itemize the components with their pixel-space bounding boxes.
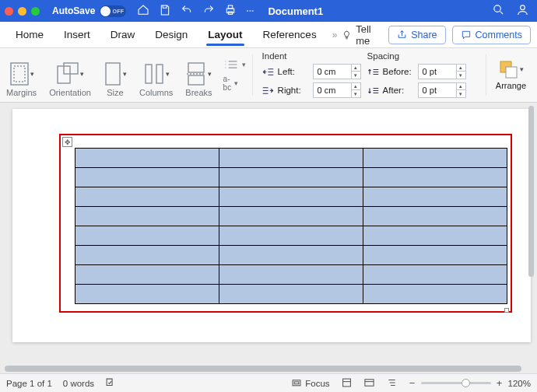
tab-draw[interactable]: Draw [101,24,145,45]
comments-button[interactable]: Comments [452,26,531,44]
table-cell[interactable] [219,246,363,265]
stepper-down-icon[interactable]: ▾ [352,72,360,79]
document-canvas[interactable]: ✥ [0,103,537,370]
table-cell[interactable] [75,226,219,246]
table-cell[interactable] [363,168,507,187]
save-icon[interactable] [159,4,171,19]
minimize-window-dot[interactable] [18,7,26,16]
autosave-pill[interactable]: OFF [100,5,126,17]
table-row[interactable] [75,207,507,226]
stepper-down-icon[interactable]: ▾ [457,90,465,97]
orientation-button[interactable]: ▾ Orientation [43,48,97,102]
table-cell[interactable] [75,207,219,226]
print-layout-view-icon[interactable] [341,377,353,390]
web-layout-view-icon[interactable] [363,377,375,390]
tab-layout[interactable]: Layout [198,24,251,45]
title-bar: AutoSave OFF ··· Document1 [0,0,537,22]
table-cell[interactable] [75,149,219,168]
columns-button[interactable]: ▾ Columns [133,48,179,102]
table-cell[interactable] [75,285,219,304]
table-cell[interactable] [219,265,363,285]
table-row[interactable] [75,246,507,265]
zoom-value[interactable]: 120% [508,379,531,388]
hyphenation-button[interactable]: a-bc ▾ [223,75,246,92]
table-cell[interactable] [75,246,219,265]
stepper-up-icon[interactable]: ▴ [457,65,465,72]
tab-design[interactable]: Design [146,24,197,45]
spacing-before-input[interactable]: 0 pt ▴▾ [418,64,466,79]
zoom-window-dot[interactable] [31,7,40,16]
table-cell[interactable] [75,265,219,285]
outline-view-icon[interactable] [386,377,398,390]
table-cell[interactable] [363,246,507,265]
table-row[interactable] [75,168,507,187]
size-button[interactable]: ▾ Size [97,48,133,102]
table-cell[interactable] [75,187,219,207]
zoom-out-button[interactable]: − [409,377,416,389]
vertical-scrollbar[interactable] [527,106,535,367]
table-cell[interactable] [219,168,363,187]
table-cell[interactable] [363,207,507,226]
stepper-up-icon[interactable]: ▴ [352,65,360,72]
print-icon[interactable] [224,4,237,19]
spellcheck-icon[interactable] [105,377,116,390]
autosave-toggle[interactable]: AutoSave OFF [52,5,126,17]
page[interactable]: ✥ [12,109,531,342]
table-cell[interactable] [75,168,219,187]
tabs-overflow-icon[interactable]: » [332,30,338,40]
indent-right-row: Right: 0 cm ▴▾ [262,82,361,98]
table-resize-handle-icon[interactable] [504,308,509,313]
tab-home[interactable]: Home [6,24,53,45]
indent-right-input[interactable]: 0 cm ▴▾ [313,82,361,98]
zoom-slider[interactable] [421,382,491,384]
table-row[interactable] [75,187,507,207]
stepper-up-icon[interactable]: ▴ [457,83,465,90]
table-cell[interactable] [363,187,507,207]
table-cell[interactable] [219,187,363,207]
line-numbers-button[interactable]: ▾ [223,59,246,70]
table-cell[interactable] [363,226,507,246]
undo-icon[interactable] [181,4,193,19]
stepper-down-icon[interactable]: ▾ [457,72,465,79]
close-window-dot[interactable] [5,7,13,16]
search-icon[interactable] [492,3,505,19]
spacing-after-icon [367,86,379,96]
indent-left-input[interactable]: 0 cm ▴▾ [313,64,361,79]
table-cell[interactable] [219,285,363,304]
table-row[interactable] [75,226,507,246]
status-word-count[interactable]: 0 words [63,379,94,388]
margins-button[interactable]: ▾ Margins [0,48,43,102]
tell-me-search[interactable]: Tell me [342,23,385,47]
table-row[interactable] [75,285,507,304]
account-icon[interactable] [516,3,529,19]
spacing-after-input[interactable]: 0 pt ▴▾ [418,82,466,98]
table-cell[interactable] [219,149,363,168]
overflow-icon[interactable]: ··· [246,5,254,16]
arrange-button[interactable]: ▾ Arrange [488,48,537,102]
tab-insert[interactable]: Insert [54,24,100,45]
zoom-slider-knob[interactable] [462,379,470,387]
table-row[interactable] [75,149,507,168]
table-move-handle-icon[interactable]: ✥ [62,137,72,147]
stepper-down-icon[interactable]: ▾ [352,90,360,97]
status-page[interactable]: Page 1 of 1 [6,379,52,388]
breaks-button[interactable]: ▾ Breaks [179,48,218,102]
document-table[interactable] [75,148,507,304]
autosave-state: OFF [112,9,124,14]
table-cell[interactable] [219,226,363,246]
table-cell[interactable] [363,265,507,285]
zoom-in-button[interactable]: + [496,377,504,389]
focus-mode-button[interactable]: Focus [291,378,329,389]
table-row[interactable] [75,265,507,285]
table-cell[interactable] [363,149,507,168]
tab-references[interactable]: References [254,24,326,45]
share-button[interactable]: Share [388,26,445,44]
horizontal-scrollbar[interactable] [5,366,521,372]
table-cell[interactable] [219,207,363,226]
table-cell[interactable] [363,285,507,304]
scrollbar-thumb[interactable] [528,106,534,277]
home-icon[interactable] [137,4,149,19]
scrollbar-thumb[interactable] [5,366,521,372]
stepper-up-icon[interactable]: ▴ [352,83,360,90]
redo-icon[interactable] [202,4,215,19]
